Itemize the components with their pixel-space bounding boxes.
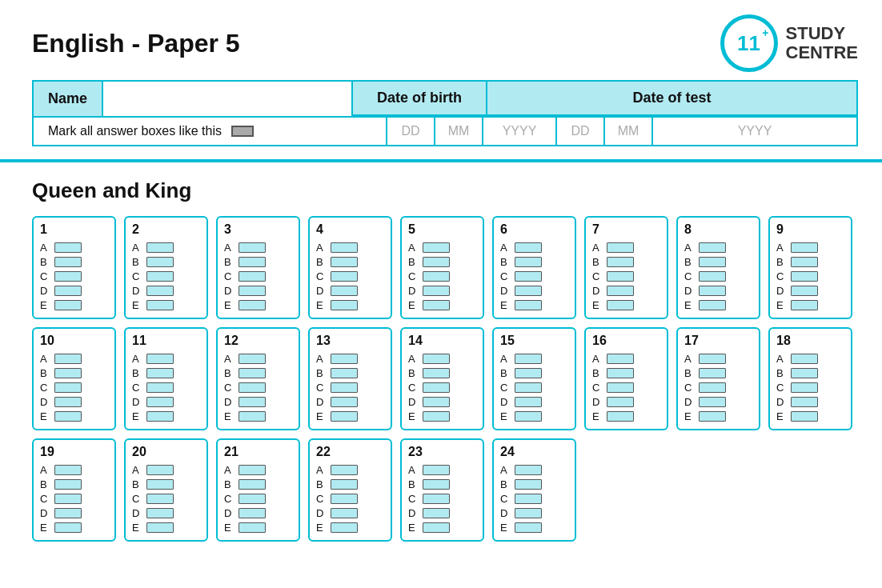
option-box-1-B[interactable]	[54, 257, 82, 267]
answer-option-22-B[interactable]: B	[316, 478, 384, 490]
dob-mm[interactable]: MM	[435, 118, 483, 145]
option-box-7-C[interactable]	[607, 271, 634, 282]
answer-option-4-E[interactable]: E	[316, 299, 384, 311]
option-box-11-A[interactable]	[146, 354, 174, 364]
answer-option-6-A[interactable]: A	[500, 242, 568, 254]
answer-option-18-C[interactable]: C	[776, 382, 844, 394]
answer-option-11-C[interactable]: C	[132, 382, 200, 394]
answer-option-3-B[interactable]: B	[224, 256, 292, 268]
option-box-17-A[interactable]	[699, 354, 726, 364]
option-box-7-E[interactable]	[607, 300, 634, 310]
answer-option-18-B[interactable]: B	[776, 367, 844, 379]
option-box-18-E[interactable]	[791, 411, 818, 422]
option-box-6-B[interactable]	[515, 257, 542, 267]
option-box-13-C[interactable]	[331, 382, 358, 393]
option-box-21-C[interactable]	[239, 494, 266, 504]
answer-option-22-D[interactable]: D	[316, 507, 384, 519]
option-box-7-A[interactable]	[607, 242, 634, 253]
answer-option-3-A[interactable]: A	[224, 242, 292, 254]
answer-option-3-C[interactable]: C	[224, 270, 292, 282]
answer-option-24-B[interactable]: B	[500, 478, 568, 490]
option-box-4-B[interactable]	[331, 257, 358, 267]
option-box-8-E[interactable]	[699, 300, 726, 310]
option-box-5-C[interactable]	[423, 271, 450, 282]
option-box-2-E[interactable]	[146, 300, 174, 310]
answer-option-13-B[interactable]: B	[316, 367, 384, 379]
option-box-17-C[interactable]	[699, 382, 726, 393]
answer-option-22-E[interactable]: E	[316, 522, 384, 534]
answer-option-2-B[interactable]: B	[132, 256, 200, 268]
option-box-3-A[interactable]	[239, 242, 266, 253]
option-box-14-B[interactable]	[423, 368, 450, 378]
option-box-16-A[interactable]	[607, 354, 634, 364]
answer-option-21-B[interactable]: B	[224, 478, 292, 490]
answer-option-7-B[interactable]: B	[592, 256, 660, 268]
answer-option-12-D[interactable]: D	[224, 396, 292, 408]
answer-option-12-B[interactable]: B	[224, 367, 292, 379]
option-box-6-E[interactable]	[515, 300, 542, 310]
answer-option-1-A[interactable]: A	[40, 242, 108, 254]
option-box-23-D[interactable]	[423, 508, 450, 518]
answer-option-14-E[interactable]: E	[408, 410, 476, 422]
option-box-22-D[interactable]	[331, 508, 358, 518]
answer-option-2-A[interactable]: A	[132, 242, 200, 254]
answer-option-8-B[interactable]: B	[684, 256, 752, 268]
option-box-20-D[interactable]	[146, 508, 174, 518]
answer-option-9-B[interactable]: B	[776, 256, 844, 268]
option-box-11-E[interactable]	[146, 411, 174, 422]
option-box-10-B[interactable]	[54, 368, 82, 378]
option-box-2-B[interactable]	[146, 257, 174, 267]
answer-option-9-D[interactable]: D	[776, 285, 844, 297]
option-box-1-C[interactable]	[54, 271, 82, 282]
dob-yyyy[interactable]: YYYY	[483, 118, 555, 145]
option-box-5-B[interactable]	[423, 257, 450, 267]
option-box-16-E[interactable]	[607, 411, 634, 422]
answer-option-5-E[interactable]: E	[408, 299, 476, 311]
option-box-15-C[interactable]	[515, 382, 542, 393]
option-box-19-D[interactable]	[54, 508, 82, 518]
answer-option-23-C[interactable]: C	[408, 493, 476, 505]
answer-option-16-E[interactable]: E	[592, 410, 660, 422]
answer-option-14-A[interactable]: A	[408, 353, 476, 365]
answer-option-12-A[interactable]: A	[224, 353, 292, 365]
option-box-21-D[interactable]	[239, 508, 266, 518]
option-box-19-C[interactable]	[54, 494, 82, 504]
option-box-14-A[interactable]	[423, 354, 450, 364]
answer-option-14-C[interactable]: C	[408, 382, 476, 394]
answer-option-1-C[interactable]: C	[40, 270, 108, 282]
answer-option-24-C[interactable]: C	[500, 493, 568, 505]
answer-option-16-C[interactable]: C	[592, 382, 660, 394]
answer-option-19-B[interactable]: B	[40, 478, 108, 490]
answer-option-4-D[interactable]: D	[316, 285, 384, 297]
answer-option-24-D[interactable]: D	[500, 507, 568, 519]
answer-option-13-A[interactable]: A	[316, 353, 384, 365]
option-box-20-C[interactable]	[146, 494, 174, 504]
option-box-14-E[interactable]	[423, 411, 450, 422]
option-box-24-A[interactable]	[515, 465, 542, 475]
option-box-23-C[interactable]	[423, 494, 450, 504]
option-box-23-A[interactable]	[423, 465, 450, 475]
answer-option-15-E[interactable]: E	[500, 410, 568, 422]
answer-option-10-D[interactable]: D	[40, 396, 108, 408]
option-box-20-E[interactable]	[146, 522, 174, 533]
answer-option-15-C[interactable]: C	[500, 382, 568, 394]
option-box-1-D[interactable]	[54, 286, 82, 296]
answer-option-15-D[interactable]: D	[500, 396, 568, 408]
answer-option-23-D[interactable]: D	[408, 507, 476, 519]
answer-option-22-A[interactable]: A	[316, 464, 384, 476]
option-box-3-D[interactable]	[239, 286, 266, 296]
answer-option-18-D[interactable]: D	[776, 396, 844, 408]
option-box-4-C[interactable]	[331, 271, 358, 282]
answer-option-8-E[interactable]: E	[684, 299, 752, 311]
option-box-18-D[interactable]	[791, 397, 818, 407]
option-box-22-B[interactable]	[331, 479, 358, 490]
answer-option-1-B[interactable]: B	[40, 256, 108, 268]
option-box-12-D[interactable]	[239, 397, 266, 407]
option-box-14-C[interactable]	[423, 382, 450, 393]
answer-option-18-A[interactable]: A	[776, 353, 844, 365]
answer-option-22-C[interactable]: C	[316, 493, 384, 505]
answer-option-10-A[interactable]: A	[40, 353, 108, 365]
option-box-23-B[interactable]	[423, 479, 450, 490]
option-box-7-D[interactable]	[607, 286, 634, 296]
answer-option-4-B[interactable]: B	[316, 256, 384, 268]
